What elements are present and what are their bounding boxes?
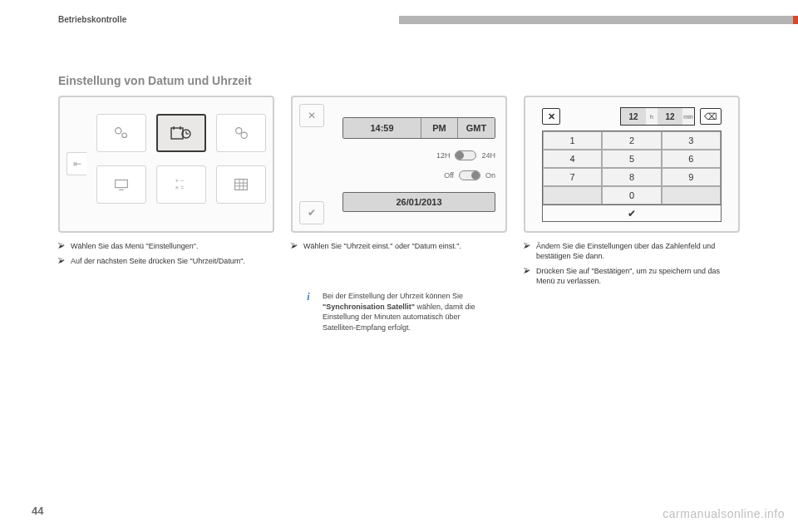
format-toggle	[455, 150, 476, 160]
timezone-value: GMT	[458, 118, 495, 138]
confirm-icon: ✔	[299, 201, 324, 224]
page-title: Einstellung von Datum und Uhrzeit	[58, 74, 740, 87]
key-empty	[662, 186, 721, 204]
clock-calendar-icon	[170, 124, 193, 142]
info-icon: i	[303, 291, 314, 303]
format-12h-label: 12H	[436, 151, 451, 160]
bullet-marker: ⮚	[524, 241, 531, 261]
column-1: ⇤	[58, 96, 274, 343]
exit-icon: ⇤	[66, 152, 86, 175]
minute-value: 12	[658, 108, 682, 125]
sync-off-label: Off	[444, 171, 454, 180]
gears-icon	[110, 124, 133, 142]
screenshot-settings-menu: ⇤	[58, 96, 274, 233]
tile-units: + −× =	[156, 165, 206, 204]
instruction-text: Wählen Sie das Menü "Einstellungen".	[71, 241, 198, 251]
instruction-text: Wählen Sie "Uhrzeit einst." oder "Datum …	[303, 241, 461, 251]
key-empty	[543, 186, 602, 204]
tile-time-date	[156, 114, 206, 152]
header-stripe	[399, 16, 798, 24]
instruction-text: Ändern Sie die Einstellungen über das Za…	[536, 241, 740, 261]
date-field: 26/01/2013	[342, 192, 495, 212]
column-3: ✕ 12 h 12 min ⌫ 1 2 3 4	[524, 96, 740, 343]
tile-display	[96, 165, 146, 204]
bullet-marker: ⮚	[524, 266, 531, 286]
sync-toggle	[459, 170, 480, 180]
svg-rect-2	[171, 128, 183, 139]
number-pad: 1 2 3 4 5 6 7 8 9 0	[542, 131, 722, 205]
page-number: 44	[32, 505, 43, 517]
instructions-col1: ⮚Wählen Sie das Menü "Einstellungen". ⮚A…	[58, 241, 274, 266]
info-bold: "Synchronisation Satellit"	[323, 303, 415, 311]
hour-unit: h	[646, 108, 658, 125]
tile-system	[216, 114, 266, 152]
bullet-marker: ⮚	[291, 241, 298, 251]
bullet-marker: ⮚	[58, 256, 66, 266]
settings-tiles-grid: + −× =	[96, 114, 258, 204]
key-0: 0	[602, 186, 661, 204]
wheels-icon	[229, 124, 253, 142]
hour-value: 12	[621, 108, 646, 125]
column-2: ✕ ✔ 14:59 PM GMT 12H 24H	[291, 96, 507, 343]
backspace-icon: ⌫	[700, 108, 722, 125]
tile-settings-general	[96, 114, 146, 152]
info-pre: Bei der Einstellung der Uhrzeit können S…	[323, 292, 463, 300]
tile-language	[216, 165, 266, 204]
key-7: 7	[543, 168, 602, 186]
close-icon: ✕	[542, 108, 560, 125]
close-icon: ✕	[299, 104, 324, 127]
info-text: Bei der Einstellung der Uhrzeit können S…	[323, 291, 495, 332]
watermark: carmanualsonline.info	[663, 507, 785, 520]
info-note: i Bei der Einstellung der Uhrzeit können…	[291, 281, 507, 342]
calculator-icon: + −× =	[170, 175, 193, 194]
header-stripe-accent	[793, 16, 798, 24]
sync-on-label: On	[485, 171, 495, 180]
instruction-text: Drücken Sie auf "Bestätigen", um zu spei…	[536, 266, 740, 286]
datetime-panel: 14:59 PM GMT 12H 24H Off On 26/01/201	[342, 117, 495, 218]
instruction-text: Auf der nächsten Seite drücken Sie "Uhrz…	[71, 256, 245, 266]
keypad-top-row: ✕ 12 h 12 min ⌫	[542, 107, 722, 126]
bullet-marker: ⮚	[58, 241, 66, 251]
svg-point-0	[116, 128, 121, 134]
confirm-icon: ✔	[542, 205, 722, 222]
format-toggle-row: 12H 24H	[342, 147, 495, 164]
key-6: 6	[662, 150, 721, 168]
minute-unit: min	[682, 108, 694, 125]
svg-rect-10	[116, 180, 128, 188]
key-9: 9	[662, 168, 721, 186]
key-4: 4	[543, 150, 602, 168]
key-8: 8	[602, 168, 661, 186]
side-buttons: ✕ ✔	[299, 104, 336, 224]
time-field: 14:59 PM GMT	[342, 117, 495, 139]
format-24h-label: 24H	[481, 151, 495, 160]
instructions-col3: ⮚Ändern Sie die Einstellungen über das Z…	[524, 241, 740, 287]
spacer	[299, 153, 324, 176]
key-5: 5	[602, 150, 661, 168]
sync-toggle-row: Off On	[342, 167, 495, 184]
time-value: 14:59	[343, 118, 421, 138]
ampm-value: PM	[421, 118, 458, 138]
manual-page: Betriebskontrolle Einstellung von Datum …	[0, 0, 798, 532]
svg-text:× =: × =	[175, 184, 185, 191]
three-column-layout: ⇤	[58, 96, 740, 343]
key-3: 3	[662, 131, 721, 150]
monitor-icon	[110, 175, 133, 194]
svg-point-8	[236, 128, 242, 134]
instructions-col2: ⮚Wählen Sie "Uhrzeit einst." oder "Datum…	[291, 241, 507, 251]
svg-point-1	[122, 133, 127, 138]
key-1: 1	[543, 131, 602, 150]
time-input: 12 h 12 min	[620, 107, 695, 126]
svg-rect-14	[235, 180, 248, 190]
svg-point-9	[241, 132, 247, 138]
table-icon	[229, 175, 253, 194]
key-2: 2	[602, 131, 661, 150]
screenshot-datetime-settings: ✕ ✔ 14:59 PM GMT 12H 24H	[291, 96, 507, 233]
screenshot-keypad: ✕ 12 h 12 min ⌫ 1 2 3 4	[524, 96, 740, 233]
